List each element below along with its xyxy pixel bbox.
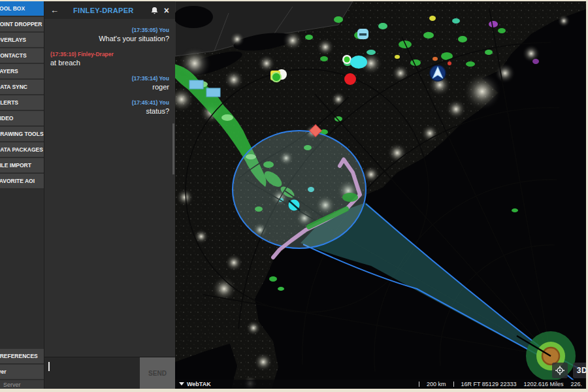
sidebar-item-preferences[interactable]: PREFERENCES bbox=[0, 349, 44, 363]
bell-icon[interactable] bbox=[151, 7, 158, 14]
marker-navy-arrow[interactable] bbox=[430, 65, 446, 81]
sidebar-item-video[interactable]: VIDEO bbox=[0, 111, 44, 125]
sidebar-item-point-dropper[interactable]: POINT DROPPER bbox=[0, 17, 44, 31]
map-graphics bbox=[175, 1, 586, 389]
sidebar-item-server[interactable]: Server bbox=[0, 365, 44, 379]
tool-sidebar: TOOL BOX POINT DROPPER OVERLAYS CONTACTS… bbox=[0, 1, 44, 389]
sidebar-item-data-packages[interactable]: DATA PACKAGES bbox=[0, 142, 44, 157]
sidebar-item-data-sync[interactable]: DATA SYNC bbox=[0, 80, 44, 94]
sidebar-bottom-group: PREFERENCES Server Server bbox=[0, 349, 44, 389]
chat-message: (17:35:14) You roger bbox=[50, 75, 169, 91]
message-timestamp: (17:35:10) Finley-Draper bbox=[50, 51, 169, 57]
coastal-green-blob bbox=[342, 193, 358, 202]
sidebar-item-alerts[interactable]: ALERTS bbox=[0, 95, 44, 110]
chat-title: FINLEY-DRAPER bbox=[73, 7, 145, 14]
message-text: roger bbox=[50, 83, 169, 91]
scale-tick-right bbox=[453, 382, 454, 387]
marker-blue-rectangle-1[interactable] bbox=[189, 80, 203, 89]
distance-readout: 1202.616 Miles bbox=[523, 381, 563, 387]
map-status-bar: WebTAK 200 km 16R FT 85129 22333 1202.61… bbox=[175, 380, 586, 389]
bearing-readout: 226. bbox=[570, 381, 582, 387]
crosshair-icon bbox=[555, 366, 564, 375]
sidebar-item-file-import[interactable]: FILE IMPORT bbox=[0, 158, 44, 172]
marker-blue-rectangle-2[interactable] bbox=[206, 88, 220, 97]
app-window: TOOL BOX POINT DROPPER OVERLAYS CONTACTS… bbox=[0, 0, 588, 392]
sidebar-item-layers[interactable]: LAYERS bbox=[0, 64, 44, 78]
back-arrow-icon[interactable]: ← bbox=[50, 5, 59, 15]
message-text: status? bbox=[50, 107, 169, 115]
brand-label: WebTAK bbox=[187, 381, 211, 387]
chat-input-row: SEND bbox=[44, 357, 175, 389]
message-input[interactable] bbox=[44, 357, 140, 389]
scale-tick-left bbox=[419, 382, 419, 387]
chevron-down-icon bbox=[179, 382, 184, 386]
text-caret bbox=[48, 362, 50, 371]
message-text: What's your situation? bbox=[50, 35, 169, 42]
message-text: at breach bbox=[50, 59, 169, 67]
message-timestamp: (17:45:41) You bbox=[50, 99, 169, 106]
sidebar-item-tool-box[interactable]: TOOL BOX bbox=[0, 1, 44, 16]
close-icon[interactable]: × bbox=[164, 6, 169, 15]
chat-panel: ← FINLEY-DRAPER × (17:35:05) You What's … bbox=[44, 1, 175, 389]
mgrs-coordinates: 16R FT 85129 22333 bbox=[461, 381, 517, 387]
marker-red-dot[interactable] bbox=[344, 73, 356, 85]
locate-button[interactable] bbox=[552, 363, 568, 378]
map-canvas[interactable]: 3D WebTAK 200 km 16R FT 85129 22333 1202… bbox=[175, 1, 586, 389]
lake-huron bbox=[175, 6, 213, 28]
server-status-label: Server bbox=[0, 380, 44, 389]
forecast-ellipse[interactable] bbox=[233, 131, 366, 248]
message-timestamp: (17:35:05) You bbox=[50, 27, 169, 33]
marker-lock[interactable] bbox=[357, 29, 368, 39]
scale-label: 200 km bbox=[427, 381, 446, 387]
chat-header: ← FINLEY-DRAPER × bbox=[44, 1, 175, 19]
chat-message-list: (17:35:05) You What's your situation? (1… bbox=[44, 19, 175, 357]
chat-message: (17:35:10) Finley-Draper at breach bbox=[50, 51, 169, 67]
chat-message: (17:45:41) You status? bbox=[50, 99, 169, 115]
message-timestamp: (17:35:14) You bbox=[50, 75, 169, 82]
chat-scrollbar[interactable] bbox=[172, 123, 174, 174]
webtak-menu-toggle[interactable]: WebTAK bbox=[179, 381, 211, 387]
sidebar-item-contacts[interactable]: CONTACTS bbox=[0, 48, 44, 63]
sidebar-item-favorite-aoi[interactable]: FAVORITE AOI bbox=[0, 174, 44, 188]
3d-toggle-button[interactable]: 3D bbox=[573, 363, 586, 378]
sidebar-item-overlays[interactable]: OVERLAYS bbox=[0, 33, 44, 47]
status-readouts: 200 km 16R FT 85129 22333 1202.616 Miles… bbox=[419, 381, 582, 387]
send-button[interactable]: SEND bbox=[140, 357, 175, 389]
sidebar-item-drawing-tools[interactable]: DRAWING TOOLS bbox=[0, 127, 44, 141]
chat-message: (17:35:05) You What's your situation? bbox=[50, 27, 169, 42]
